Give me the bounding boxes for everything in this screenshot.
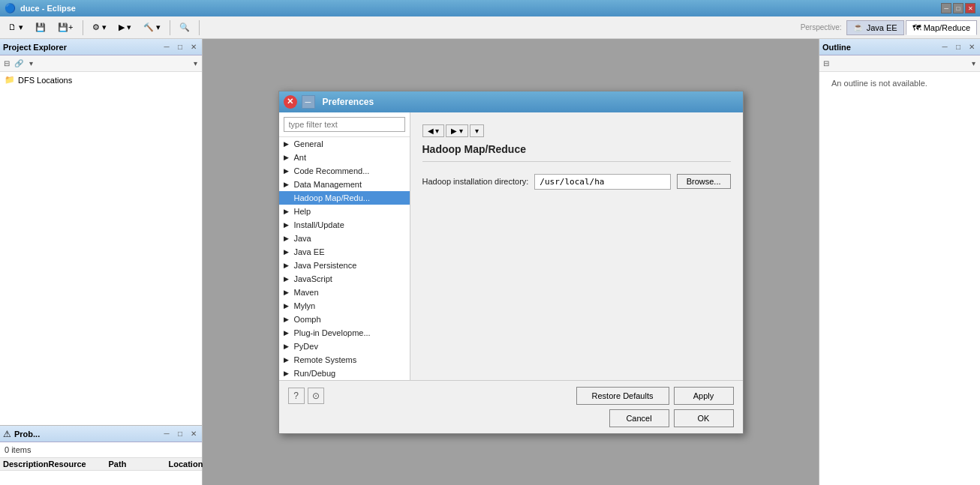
outline-collapse-btn[interactable]: ⊟ — [821, 58, 831, 69]
tree-node-mylyn[interactable]: ▶Mylyn — [279, 299, 410, 313]
tree-arrow-ant: ▶ — [284, 154, 291, 161]
col-resource: Resource — [49, 460, 109, 469]
project-explorer-title: Project Explorer — [3, 43, 158, 52]
maximize-btn[interactable]: □ — [953, 3, 963, 13]
dialog-tree-panel: ▶General▶Ant▶Code Recommend...▶Data Mana… — [279, 112, 410, 380]
tree-node-data-management[interactable]: ▶Data Management — [279, 178, 410, 191]
outline-maximize[interactable]: □ — [953, 42, 963, 52]
problems-panel: ⚠ Prob... ─ □ ✕ 0 items Description Reso… — [0, 425, 202, 485]
tree-node-java[interactable]: ▶Java — [279, 232, 410, 245]
project-explorer-header: Project Explorer ─ □ ✕ — [0, 39, 202, 55]
dialog-close-btn[interactable]: ✕ — [284, 95, 297, 109]
problems-table-header: Description Resource Path Location Type — [0, 458, 202, 471]
hadoop-dir-input[interactable] — [534, 174, 670, 190]
tree-arrow-install-update: ▶ — [284, 221, 291, 229]
outline-view-menu[interactable]: ▾ — [968, 58, 978, 69]
outline-message: An outline is not available. — [825, 73, 933, 94]
tree-label-help: Help — [294, 207, 311, 216]
tree-label-hadoop-map-reduce: Hadoop Map/Redu... — [294, 193, 371, 202]
apply-btn[interactable]: Apply — [674, 387, 734, 405]
minimize-btn[interactable]: ─ — [941, 3, 951, 13]
modal-overlay: ✕ ─ Preferences ▶General▶Ant▶Code Recom — [203, 39, 819, 485]
tree-node-help[interactable]: ▶Help — [279, 205, 410, 218]
project-explorer-minimize[interactable]: ─ — [161, 42, 172, 52]
project-explorer-maximize[interactable]: □ — [175, 42, 185, 52]
dialog-min-btn[interactable]: ─ — [302, 95, 315, 109]
tree-label-mylyn: Mylyn — [294, 301, 316, 310]
perspective-map-reduce[interactable]: 🗺 Map/Reduce — [906, 20, 977, 35]
restore-defaults-btn[interactable]: Restore Defaults — [576, 387, 669, 405]
close-btn[interactable]: ✕ — [965, 3, 975, 13]
help-icon-btn[interactable]: ? — [288, 388, 305, 404]
cancel-btn[interactable]: Cancel — [609, 409, 669, 427]
dfs-locations-label: DFS Locations — [18, 76, 72, 85]
problems-close[interactable]: ✕ — [188, 429, 199, 439]
explorer-menu-btn[interactable]: ▾ — [26, 58, 36, 69]
new-btn[interactable]: 🗋 ▾ — [3, 19, 29, 37]
tree-node-hadoop-map-reduce[interactable]: Hadoop Map/Redu... — [279, 191, 410, 205]
build-btn[interactable]: 🔨 ▾ — [138, 19, 166, 37]
expand-nav-btn[interactable]: ▾ — [470, 124, 484, 137]
project-explorer-close[interactable]: ✕ — [188, 42, 199, 52]
back-nav-btn[interactable]: ◀ ▾ — [422, 124, 445, 137]
dialog-title: Preferences — [323, 97, 738, 107]
tree-node-javascript[interactable]: ▶JavaScript — [279, 272, 410, 286]
tree-node-java-persistence[interactable]: ▶Java Persistence — [279, 259, 410, 272]
problems-minimize[interactable]: ─ — [161, 429, 172, 439]
tree-node-ant[interactable]: ▶Ant — [279, 151, 410, 164]
ok-btn[interactable]: OK — [674, 409, 734, 427]
save-btn[interactable]: 💾 — [30, 19, 51, 37]
tree-arrow-java: ▶ — [284, 235, 291, 242]
center-area: ✕ ─ Preferences ▶General▶Ant▶Code Recom — [203, 39, 819, 485]
outline-header: Outline ─ □ ✕ — [819, 39, 980, 55]
tree-node-maven[interactable]: ▶Maven — [279, 286, 410, 299]
outline-close[interactable]: ✕ — [966, 42, 977, 52]
browse-btn[interactable]: Browse... — [677, 174, 731, 189]
collapse-all-btn[interactable]: ⊟ — [2, 58, 12, 69]
tree-label-javascript: JavaScript — [294, 274, 332, 283]
tree-node-remote-systems[interactable]: ▶Remote Systems — [279, 353, 410, 367]
tree-node-pydev[interactable]: ▶PyDev — [279, 340, 410, 353]
tree-node-run-debug[interactable]: ▶Run/Debug — [279, 367, 410, 380]
tree-node-general[interactable]: ▶General — [279, 137, 410, 151]
link-editor-btn[interactable]: 🔗 — [14, 58, 24, 69]
dialog-left-btns: ? ⊙ — [288, 388, 324, 404]
debug-btn[interactable]: ▶ ▾ — [113, 19, 137, 37]
outline-minimize[interactable]: ─ — [939, 42, 950, 52]
run-btn[interactable]: ⚙ ▾ — [87, 19, 112, 37]
tree-label-plug-in-development: Plug-in Developme... — [294, 328, 371, 337]
tree-arrow-general: ▶ — [284, 140, 291, 148]
java-ee-icon: ☕ — [853, 22, 864, 32]
filter-wrap — [279, 112, 410, 137]
forward-nav-btn[interactable]: ▶ ▾ — [446, 124, 468, 137]
outline-panel: Outline ─ □ ✕ ⊟ ▾ An outline is not avai… — [819, 39, 980, 485]
question-icon: ? — [293, 391, 299, 401]
tree-label-remote-systems: Remote Systems — [294, 355, 357, 364]
search-btn[interactable]: 🔍 — [174, 19, 195, 37]
tree-label-code-recommend: Code Recommend... — [294, 166, 370, 175]
tree-node-code-recommend[interactable]: ▶Code Recommend... — [279, 164, 410, 178]
problems-header: ⚠ Prob... ─ □ ✕ — [0, 426, 202, 442]
tree-arrow-plug-in-development: ▶ — [284, 329, 291, 337]
dfs-locations-item[interactable]: 📁 DFS Locations — [2, 73, 200, 86]
save-all-btn[interactable]: 💾+ — [53, 19, 78, 37]
outline-toolbar: ⊟ ▾ — [819, 55, 980, 72]
tree-node-oomph[interactable]: ▶Oomph — [279, 313, 410, 326]
tree-node-install-update[interactable]: ▶Install/Update — [279, 218, 410, 232]
tree-node-java-ee[interactable]: ▶Java EE — [279, 245, 410, 259]
explorer-view-menu[interactable]: ▾ — [190, 58, 200, 69]
perspective-java-ee[interactable]: ☕ Java EE — [846, 20, 904, 35]
tree-node-plug-in-development[interactable]: ▶Plug-in Developme... — [279, 326, 410, 340]
project-explorer-panel: Project Explorer ─ □ ✕ ⊟ 🔗 ▾ ▾ 📁 DFS Loc… — [0, 39, 203, 485]
dialog-titlebar: ✕ ─ Preferences — [279, 91, 743, 112]
dialog-bottom: ? ⊙ Restore Defaults Apply — [279, 380, 743, 433]
java-ee-label: Java EE — [867, 23, 897, 32]
filter-input[interactable] — [284, 117, 405, 132]
tree-label-general: General — [294, 139, 323, 148]
tree-label-data-management: Data Management — [294, 180, 362, 189]
default-icon-btn[interactable]: ⊙ — [308, 388, 324, 404]
dialog-action-btns: Cancel OK — [288, 409, 734, 427]
dialog-content-panel: ◀ ▾ ▶ ▾ ▾ Hadoop Map/Reduce Hadoop insta… — [410, 112, 743, 380]
problems-maximize[interactable]: □ — [175, 429, 185, 439]
col-description: Description — [3, 460, 49, 469]
